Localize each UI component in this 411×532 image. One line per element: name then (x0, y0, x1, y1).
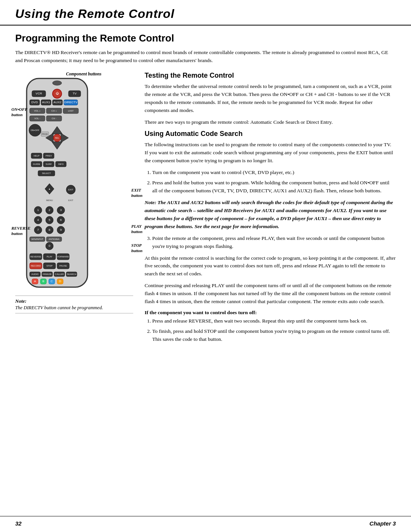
svg-text:0: 0 (49, 244, 51, 248)
left-column: Component buttons ON•OFF button REVERSE … (15, 72, 133, 313)
svg-text:LAST: LAST (68, 109, 73, 112)
svg-text:PAGE: PAGE (42, 133, 48, 135)
note-title: Note: (15, 298, 133, 304)
auto-code-steps-continued: Point the remote at the component, press… (152, 235, 396, 251)
auto-code-steps: Turn on the component you want to contro… (152, 169, 396, 195)
svg-text:ON•OFF: ON•OFF (30, 129, 39, 131)
svg-text:PREV: PREV (46, 154, 52, 157)
component-buttons-label: Component buttons (34, 72, 133, 76)
svg-text:C: C (51, 280, 53, 283)
svg-text:AUX2: AUX2 (54, 101, 62, 104)
note-section: Note: The DIRECTV button cannot be progr… (15, 296, 133, 313)
page-footer: 32 Chapter 3 (0, 516, 411, 532)
svg-text:CALLER: CALLER (55, 273, 64, 275)
svg-text:TV: TV (73, 92, 77, 95)
svg-text:7: 7 (37, 228, 39, 232)
two-col-layout: Component buttons ON•OFF button REVERSE … (15, 72, 396, 347)
svg-text:RECORD: RECORD (31, 264, 41, 267)
if-step-1: Press and release REVERSE, then wait two… (152, 317, 396, 325)
auto-code-title: Using Automatic Code Search (145, 130, 396, 138)
svg-text:9: 9 (60, 228, 62, 232)
if-step-2: To finish, press and hold STOP until the… (152, 328, 396, 343)
note-italic-bold: Note: The AUX1 and AUX2 buttons will onl… (145, 200, 393, 229)
testing-body1: To determine whether the universal remot… (145, 83, 396, 115)
svg-text:GUIDE: GUIDE (33, 163, 40, 165)
svg-text:D: D (59, 280, 61, 283)
svg-text:CH +: CH + (51, 109, 57, 112)
page-header: Using the Remote Control (0, 0, 411, 26)
svg-point-1 (53, 81, 62, 85)
svg-text:REVERSE: REVERSE (30, 255, 41, 257)
svg-text:INFO: INFO (58, 163, 64, 165)
svg-text:HELP: HELP (33, 154, 40, 157)
svg-text:AUDIO: AUDIO (31, 273, 38, 275)
remote-annotations: Component buttons ON•OFF button REVERSE … (15, 72, 133, 313)
svg-text:3: 3 (60, 208, 62, 212)
svg-text:CH -: CH - (52, 117, 56, 119)
svg-text:MENU: MENU (46, 199, 53, 201)
svg-text:VOL +: VOL + (34, 109, 41, 112)
if-steps: Press and release REVERSE, then wait two… (152, 317, 396, 343)
testing-title: Testing the Remote Control (145, 72, 396, 80)
intro-paragraph: The DIRECTV® HD Receiver's remote can be… (15, 49, 396, 65)
svg-text:PAUSE: PAUSE (59, 264, 67, 267)
remote-wrapper: ON•OFF button REVERSE button EXIT button… (15, 77, 133, 292)
svg-text:VCR: VCR (36, 92, 42, 95)
body-continue: Continue pressing and releasing PLAY unt… (145, 282, 396, 306)
svg-text:WIN/INPUT: WIN/INPUT (31, 238, 43, 240)
exit-label: EXIT button (131, 187, 154, 198)
svg-text:▲: ▲ (48, 187, 51, 190)
svg-text:DIRECTV: DIRECTV (64, 101, 78, 104)
svg-text:SURF: SURF (46, 163, 52, 165)
note-text: The DIRECTV button cannot be programmed. (15, 305, 133, 311)
reverse-label: REVERSE button (11, 225, 36, 236)
body-after-step3: At this point the remote control is sear… (145, 254, 396, 278)
page-content: Programming the Remote Control The DIREC… (0, 26, 411, 355)
svg-text:SEL: SEL (55, 136, 59, 139)
svg-text:AUX1: AUX1 (42, 101, 50, 104)
step-2: Press and hold the button you want to pr… (152, 179, 396, 195)
svg-text:5: 5 (49, 218, 51, 222)
footer-chapter: Chapter 3 (370, 520, 396, 527)
play-label: PLAY button (131, 224, 154, 235)
onoff-label: ON•OFF button (11, 107, 34, 118)
svg-text:DVD: DVD (32, 101, 38, 104)
svg-text:6: 6 (60, 218, 62, 222)
svg-text:ANTENNA: ANTENNA (49, 238, 60, 240)
svg-text:1: 1 (37, 208, 39, 212)
svg-text:4: 4 (37, 218, 39, 222)
svg-text:B: B (42, 280, 44, 283)
svg-text:FREEZE: FREEZE (43, 273, 52, 275)
svg-text:SELECT: SELECT (42, 172, 51, 174)
step-1: Turn on the component you want to contro… (152, 169, 396, 177)
page-title: Using the Remote Control (15, 7, 396, 21)
svg-text:STOP: STOP (46, 264, 53, 267)
testing-body2: There are two ways to program the remote… (145, 118, 396, 126)
right-column: Testing the Remote Control To determine … (145, 72, 396, 347)
svg-text:SEARCH: SEARCH (67, 273, 76, 275)
svg-text:EXIT: EXIT (68, 199, 73, 201)
svg-text:8: 8 (49, 228, 51, 232)
step-3: Point the remote at the component, press… (152, 235, 396, 251)
section-title: Programming the Remote Control (15, 32, 396, 44)
svg-text:EXIT: EXIT (68, 188, 73, 190)
note-italic: Note: The AUX1 and AUX2 buttons will onl… (145, 199, 396, 231)
stop-label: STOP button (131, 243, 154, 254)
svg-text:VOL -: VOL - (34, 117, 40, 119)
if-component-subhead: If the component you want to control doe… (145, 310, 396, 316)
svg-text:⏻: ⏻ (56, 92, 59, 95)
svg-text:PLAY: PLAY (47, 255, 53, 257)
svg-text:FORWARD: FORWARD (57, 255, 69, 257)
footer-page-number: 32 (15, 520, 22, 527)
auto-code-body1: The following instructions can be used t… (145, 141, 396, 165)
svg-text:2: 2 (49, 208, 51, 212)
svg-text:A: A (34, 280, 36, 283)
